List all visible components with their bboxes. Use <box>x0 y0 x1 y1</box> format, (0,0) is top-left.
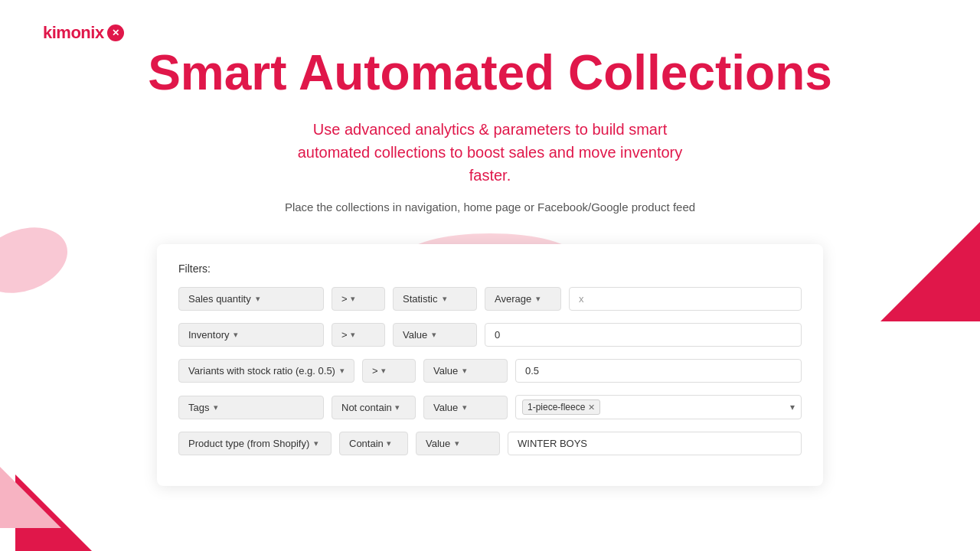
operator-inventory[interactable]: > <box>332 323 385 347</box>
hero-subtitle: Use advanced analytics & parameters to b… <box>276 118 704 187</box>
filter-row-tags: Tags Not contain Value 1-piece-fleece ✕ … <box>178 395 802 419</box>
value-field-sales-quantity: x <box>569 287 802 311</box>
filters-card: Filters: Sales quantity > Statistic Aver… <box>157 244 823 486</box>
hero-section: Smart Automated Collections Use advanced… <box>0 0 980 244</box>
value-type-product-type[interactable]: Value <box>416 432 500 455</box>
filter-type-product-type[interactable]: Product type (from Shopify) <box>178 432 332 455</box>
average-dropdown[interactable]: Average <box>485 287 561 311</box>
tag-chip-remove[interactable]: ✕ <box>588 403 595 412</box>
tag-chip-1-piece-fleece: 1-piece-fleece ✕ <box>522 399 600 415</box>
value-type-inventory[interactable]: Value <box>393 323 477 347</box>
filter-type-tags[interactable]: Tags <box>178 396 324 419</box>
operator-sales-quantity[interactable]: > <box>332 287 385 311</box>
operator-stock-ratio[interactable]: > <box>362 359 416 383</box>
statistic-dropdown[interactable]: Statistic <box>393 287 477 311</box>
operator-product-type[interactable]: Contain <box>339 432 408 455</box>
hero-description: Place the collections in navigation, hom… <box>15 201 965 214</box>
hero-title: Smart Automated Collections <box>15 46 965 99</box>
tag-chip-label: 1-piece-fleece <box>528 402 585 412</box>
value-input-product-type[interactable] <box>508 432 802 455</box>
filter-type-inventory[interactable]: Inventory <box>178 323 324 347</box>
value-type-tags[interactable]: Value <box>423 396 508 419</box>
tags-chevron-icon[interactable]: ▾ <box>790 402 795 412</box>
filter-row-stock-ratio: Variants with stock ratio (e.g. 0.5) > V… <box>178 359 802 383</box>
value-type-stock-ratio[interactable]: Value <box>423 359 508 383</box>
filter-type-stock-ratio[interactable]: Variants with stock ratio (e.g. 0.5) <box>178 359 354 383</box>
operator-tags[interactable]: Not contain <box>332 396 416 419</box>
decorative-shape-bottom-left-2 <box>0 467 61 528</box>
value-input-inventory[interactable] <box>485 323 802 347</box>
clear-button-sales-quantity[interactable]: x <box>579 294 584 304</box>
value-input-sales-quantity[interactable] <box>590 293 792 305</box>
filter-type-sales-quantity[interactable]: Sales quantity <box>178 287 324 311</box>
filter-row-product-type: Product type (from Shopify) Contain Valu… <box>178 432 802 455</box>
filter-row-sales-quantity: Sales quantity > Statistic Average x <box>178 287 802 311</box>
value-input-stock-ratio[interactable] <box>515 359 802 383</box>
filters-label: Filters: <box>178 262 802 275</box>
filter-row-inventory: Inventory > Value <box>178 323 802 347</box>
tags-input-field[interactable]: 1-piece-fleece ✕ ▾ <box>515 395 802 419</box>
